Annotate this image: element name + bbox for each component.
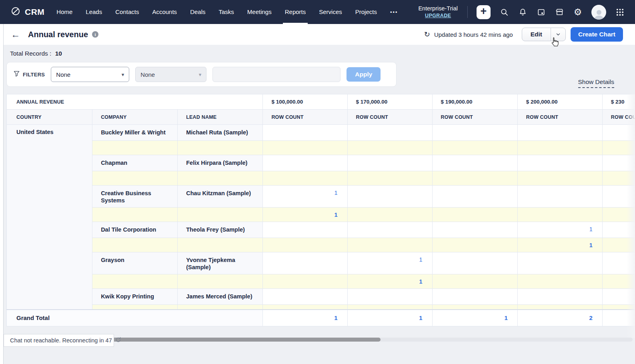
info-icon[interactable]: i	[92, 31, 98, 38]
row-count-cell	[517, 252, 602, 274]
brand[interactable]: CRM	[10, 6, 44, 18]
row-count-cell: 1	[347, 252, 432, 274]
apply-button[interactable]: Apply	[347, 67, 381, 82]
company-cell: Chapman	[92, 155, 178, 171]
horizontal-scrollbar-thumb[interactable]	[108, 338, 381, 342]
row-count-cell: 1	[517, 222, 602, 238]
row-count-cell	[263, 141, 347, 155]
row-count-link[interactable]: 1	[589, 226, 593, 232]
row-count-link[interactable]: 2	[589, 314, 593, 321]
row-count-cell	[263, 155, 347, 171]
row-count-link[interactable]: 1	[334, 190, 337, 196]
page-header: ← Annual revenue i ↻ Updated 3 hours 42 …	[4, 24, 635, 45]
sync-icon[interactable]	[115, 337, 121, 344]
nav-item-projects[interactable]: Projects	[355, 0, 377, 24]
back-arrow-icon[interactable]: ←	[11, 30, 20, 39]
row-count-cell: 1	[347, 274, 432, 289]
company-cell	[92, 171, 178, 186]
nav-item-tasks[interactable]: Tasks	[218, 0, 234, 24]
row-count-cell	[432, 252, 517, 274]
row-count-cell	[263, 252, 347, 274]
marketplace-store-icon[interactable]	[555, 7, 564, 17]
row-count-cell	[432, 208, 517, 222]
lead-name-cell: Yvonne Tjepkema (Sample)	[178, 252, 263, 274]
row-count-link[interactable]: 1	[419, 314, 422, 321]
nav-item-home[interactable]: Home	[56, 0, 72, 24]
nav-item-deals[interactable]: Deals	[190, 0, 205, 24]
zoho-logo-icon	[10, 6, 21, 18]
filter-field-dropdown[interactable]: None ▾	[51, 67, 129, 82]
row-count-column-header: ROW COUNT	[602, 110, 635, 125]
page-title: Annual revenue	[28, 30, 88, 39]
row-count-link[interactable]: 1	[419, 256, 423, 263]
lead-name-cell: Felix Hirpara (Sample)	[178, 155, 263, 171]
lead-name-cell: Michael Ruta (Sample)	[178, 125, 263, 141]
row-count-cell	[432, 171, 517, 186]
dimension-column-header: LEAD NAME	[178, 110, 263, 125]
quick-create-button[interactable]: +	[477, 5, 491, 19]
nav-item-services[interactable]: Services	[319, 0, 342, 24]
row-count-cell	[263, 289, 347, 305]
nav-item-meetings[interactable]: Meetings	[247, 0, 272, 24]
lead-name-cell	[178, 238, 263, 252]
nav-item-leads[interactable]: Leads	[86, 0, 102, 24]
row-count-cell	[432, 238, 517, 252]
create-chart-button[interactable]: Create Chart	[571, 27, 623, 42]
row-count-cell	[602, 274, 635, 289]
refresh-icon[interactable]: ↻	[424, 30, 430, 39]
edit-button[interactable]: Edit	[522, 28, 551, 41]
row-count-cell	[347, 155, 432, 171]
row-count-column-header: ROW COUNT	[263, 110, 347, 125]
row-count-link[interactable]: 1	[589, 242, 593, 248]
edit-split-button: Edit	[522, 28, 566, 41]
row-count-cell	[517, 186, 602, 208]
subtotal-row	[7, 141, 635, 155]
search-icon[interactable]	[499, 7, 509, 17]
row-count-cell	[602, 208, 635, 222]
row-count-link[interactable]: 1	[334, 212, 337, 218]
company-cell: Buckley Miller & Wright	[92, 125, 178, 141]
amount-column-header: $ 170,000.00	[347, 94, 432, 110]
table-row: ChapmanFelix Hirpara (Sample)	[7, 155, 635, 171]
row-count-cell	[432, 155, 517, 171]
row-count-cell	[517, 155, 602, 171]
upgrade-link[interactable]: UPGRADE	[418, 12, 458, 19]
row-count-cell	[517, 305, 602, 310]
company-cell	[92, 305, 178, 310]
company-cell: Dal Tile Corporation	[92, 222, 178, 238]
plus-icon: +	[481, 6, 487, 17]
row-count-cell: 1	[347, 310, 432, 326]
calendar-icon[interactable]	[536, 7, 546, 17]
lead-name-cell	[178, 141, 263, 155]
show-details-link[interactable]: Show Details	[578, 78, 614, 88]
row-count-cell	[602, 289, 635, 305]
row-count-cell	[432, 305, 517, 310]
filter-condition-dropdown[interactable]: None ▾	[135, 67, 206, 82]
app-grid-icon[interactable]	[615, 7, 625, 17]
row-count-link[interactable]: 1	[334, 314, 337, 321]
user-avatar[interactable]	[591, 5, 606, 20]
row-count-cell	[347, 141, 432, 155]
nav-item-reports[interactable]: Reports	[285, 0, 306, 24]
plan-name: Enterprise-Trial	[418, 5, 458, 12]
subtotal-row: 1	[7, 238, 635, 252]
table-group-header: ANNUAL REVENUE	[7, 94, 263, 110]
nav-item-accounts[interactable]: Accounts	[152, 0, 177, 24]
notifications-bell-icon[interactable]	[518, 7, 527, 17]
row-count-link[interactable]: 1	[419, 278, 423, 285]
row-count-cell: 1	[263, 186, 347, 208]
filter-value-input[interactable]	[212, 67, 341, 82]
row-count-cell	[263, 238, 347, 252]
nav-item-contacts[interactable]: Contacts	[115, 0, 139, 24]
table-row: Kwik Kopy PrintingJames Merced (Sample)	[7, 289, 635, 305]
row-count-link[interactable]: 1	[504, 314, 507, 321]
settings-gear-icon[interactable]: ⚙	[573, 7, 583, 17]
row-count-cell	[517, 208, 602, 222]
chat-status-text: Chat not reachable. Reconnecting in 47	[10, 337, 112, 344]
nav-more-icon[interactable]: •••	[390, 9, 398, 15]
row-count-cell	[602, 238, 635, 252]
row-count-cell	[432, 222, 517, 238]
lead-name-cell	[178, 274, 263, 289]
edit-dropdown-button[interactable]	[551, 28, 565, 41]
lead-name-cell	[178, 208, 263, 222]
